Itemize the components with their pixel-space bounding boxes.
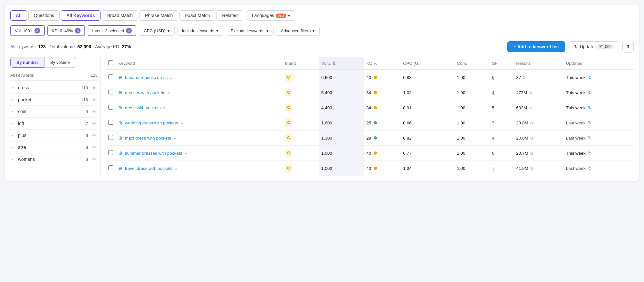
cpc-filter-dropdown[interactable]: CPC (USD) ▾ [139, 26, 174, 36]
sidebar: By number By volume All keywords 128 › d… [10, 57, 101, 176]
sidebar-scroll[interactable]: › dress 119 👁 › pocket 116 👁 › shirt 9 👁… [10, 82, 98, 165]
col-volume[interactable]: Volu. ⇅ [319, 57, 364, 70]
keyword-link[interactable]: dress with pockets [125, 105, 161, 110]
select-all-header[interactable] [106, 57, 116, 70]
tab-exact-match[interactable]: Exact Match [179, 10, 215, 21]
copy-icon[interactable]: ⧉ [529, 91, 532, 95]
select-all-checkbox[interactable] [108, 60, 113, 65]
keyword-link[interactable]: travel dress with pockets [125, 166, 173, 171]
sidebar-item-dress[interactable]: › dress 119 👁 [10, 82, 98, 94]
advanced-filters-dropdown[interactable]: Advanced filters ▾ [276, 26, 320, 36]
row-checkbox-4[interactable] [108, 135, 113, 140]
eye-icon[interactable]: 👁 [92, 97, 96, 102]
row-checkbox-cell[interactable] [106, 161, 116, 176]
add-circle-icon[interactable]: ⊕ [118, 105, 122, 110]
eye-icon[interactable]: 👁 [92, 133, 96, 138]
refresh-row-icon[interactable]: ↻ [588, 151, 592, 156]
row-checkbox-cell[interactable] [106, 115, 116, 131]
tab-all-keywords[interactable]: All Keywords [61, 10, 101, 21]
row-checkbox-5[interactable] [108, 150, 113, 155]
export-button[interactable]: ⬆ [622, 41, 634, 53]
add-to-keyword-list-button[interactable]: + Add to keyword list [507, 41, 565, 52]
row-checkbox-3[interactable] [108, 120, 113, 125]
eye-icon[interactable]: 👁 [92, 121, 96, 126]
copy-icon[interactable]: ⧉ [530, 166, 533, 171]
add-circle-icon[interactable]: ⊕ [118, 150, 122, 156]
add-circle-icon[interactable]: ⊕ [118, 74, 122, 80]
add-circle-icon[interactable]: ⊕ [118, 135, 122, 141]
row-kd-cell: 25 [364, 115, 400, 131]
refresh-row-icon[interactable]: ↻ [588, 135, 592, 141]
exclude-keywords-dropdown[interactable]: Exclude keywords ▾ [226, 26, 274, 36]
refresh-row-icon[interactable]: ↻ [588, 120, 592, 125]
row-checkbox-1[interactable] [108, 90, 113, 94]
sidebar-item-count: 9 [86, 109, 88, 114]
col-keyword: Keyword [116, 57, 283, 70]
eye-icon[interactable]: 👁 [92, 109, 96, 114]
update-button[interactable]: ↻ Update 0/1,000 [569, 41, 619, 52]
add-circle-icon[interactable]: ⊕ [118, 90, 122, 95]
refresh-row-icon[interactable]: ↻ [588, 166, 592, 171]
languages-dropdown[interactable]: Languages beta ▾ [247, 10, 295, 21]
keyword-link[interactable]: dresses with pockets [125, 90, 165, 95]
row-cpc-cell: 0.66 [400, 115, 454, 131]
tab-broad-match[interactable]: Broad Match [102, 10, 138, 21]
tab-phrase-match[interactable]: Phrase Match [139, 10, 178, 21]
sidebar-item-shirt[interactable]: › shirt 9 👁 [10, 106, 98, 118]
sort-by-number-button[interactable]: By number [10, 57, 44, 68]
row-updated-cell: Last week ↻ [563, 115, 634, 131]
sidebar-item-size[interactable]: › size 6 👁 [10, 141, 98, 153]
vol-filter-chip[interactable]: Vol: 100+ ✕ [10, 25, 45, 36]
row-checkbox-cell[interactable] [106, 85, 116, 100]
copy-icon[interactable]: ⧉ [530, 136, 533, 141]
keyword-link[interactable]: summer dresses with pockets [125, 151, 182, 156]
add-circle-icon[interactable]: ⊕ [118, 165, 122, 171]
eye-icon[interactable]: 👁 [92, 85, 96, 90]
row-checkbox-cell[interactable] [106, 146, 116, 161]
tab-all[interactable]: All [10, 10, 27, 21]
col-results: Results [514, 57, 563, 70]
sidebar-item-womens[interactable]: › womens 6 👁 [10, 153, 98, 165]
kd-filter-close[interactable]: ✕ [75, 28, 81, 34]
intent-filter-close[interactable]: ✕ [126, 28, 132, 34]
copy-icon[interactable]: ⧉ [530, 121, 533, 125]
tab-questions[interactable]: Questions [28, 10, 60, 21]
row-checkbox-0[interactable] [108, 74, 113, 79]
copy-icon[interactable]: ⧉ [523, 75, 526, 80]
copy-icon[interactable]: ⧉ [529, 106, 532, 110]
table-row: ⊕ dress with pockets » C 4,400 34 0.91 1… [106, 100, 634, 115]
row-intent-cell: C [283, 115, 319, 131]
keyword-link[interactable]: banana republic dress [125, 75, 168, 80]
tab-related[interactable]: Related [216, 10, 243, 21]
table-row: ⊕ banana republic dress » C 6,600 40 0.8… [106, 70, 634, 85]
row-com-cell: 1.00 [454, 161, 489, 176]
refresh-row-icon[interactable]: ↻ [588, 75, 592, 80]
refresh-row-icon[interactable]: ↻ [588, 105, 592, 110]
row-kd-cell: 40 [364, 146, 400, 161]
kd-filter-chip[interactable]: KD: 0–49% ✕ [47, 25, 85, 36]
sf-value: 7 [492, 121, 495, 125]
row-checkbox-cell[interactable] [106, 70, 116, 85]
row-checkbox-6[interactable] [108, 165, 113, 170]
sidebar-item-plus[interactable]: › plus 6 👁 [10, 130, 98, 141]
intent-filter-chip[interactable]: Intent: 2 selected ✕ [88, 25, 136, 36]
row-checkbox-cell[interactable] [106, 100, 116, 115]
keyword-link[interactable]: wedding dress with pockets [125, 121, 178, 125]
row-checkbox-cell[interactable] [106, 131, 116, 146]
updated-label: Last week [566, 166, 586, 171]
sidebar-item-pocket[interactable]: › pocket 116 👁 [10, 94, 98, 106]
keyword-link[interactable]: maxi dress with pockets [125, 136, 171, 141]
row-results-cell: 28.8M ⧉ [514, 115, 563, 131]
eye-icon[interactable]: 👁 [92, 145, 96, 150]
sort-by-volume-button[interactable]: By volume [44, 57, 76, 68]
copy-icon[interactable]: ⧉ [530, 151, 533, 156]
row-checkbox-2[interactable] [108, 105, 113, 110]
vol-filter-close[interactable]: ✕ [34, 28, 40, 34]
eye-icon[interactable]: 👁 [92, 157, 96, 162]
row-intent-cell: C [283, 85, 319, 100]
add-circle-icon[interactable]: ⊕ [118, 120, 122, 125]
sf-value: 4 [492, 90, 495, 95]
refresh-row-icon[interactable]: ↻ [588, 90, 592, 95]
sidebar-item-loft[interactable]: › loft 7 👁 [10, 118, 98, 130]
include-keywords-dropdown[interactable]: Include keywords ▾ [177, 26, 223, 36]
